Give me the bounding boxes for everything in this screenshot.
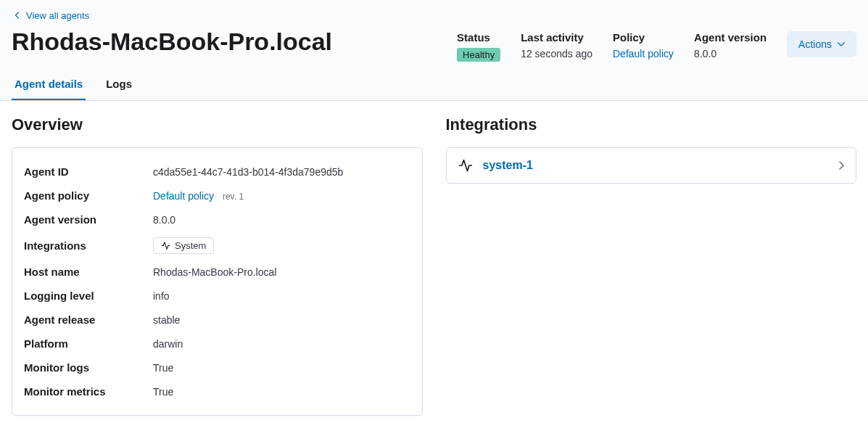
host-name-value: Rhodas-MacBook-Pro.local xyxy=(153,266,276,278)
last-activity-label: Last activity xyxy=(521,31,592,44)
detail-row-agent-id: Agent ID c4da55e1-44c7-41d3-b014-4f3da79… xyxy=(24,160,410,184)
status-badge: Healthy xyxy=(457,48,500,62)
system-integration-pill: System xyxy=(153,237,214,254)
tabs: Agent details Logs xyxy=(12,70,856,100)
agent-version-label: Agent version xyxy=(694,31,766,44)
agent-version-value: 8.0.0 xyxy=(694,48,766,60)
tab-agent-details[interactable]: Agent details xyxy=(12,70,86,100)
back-link-label: View all agents xyxy=(26,10,89,21)
view-all-agents-link[interactable]: View all agents xyxy=(15,10,89,21)
detail-row-agent-release: Agent release stable xyxy=(24,308,410,332)
pulse-icon xyxy=(161,241,170,250)
agent-policy-label: Agent policy xyxy=(24,189,153,202)
tab-logs[interactable]: Logs xyxy=(103,70,135,100)
agent-policy-rev: rev. 1 xyxy=(223,192,244,202)
status-meta: Status Healthy xyxy=(457,31,500,62)
integration-name: system-1 xyxy=(483,159,533,172)
overview-card: Agent ID c4da55e1-44c7-41d3-b014-4f3da79… xyxy=(12,147,423,416)
agent-id-value: c4da55e1-44c7-41d3-b014-4f3da79e9d5b xyxy=(153,166,343,178)
agent-version-label-row: Agent version xyxy=(24,213,153,226)
agent-id-label: Agent ID xyxy=(24,165,153,178)
detail-row-agent-version: Agent version 8.0.0 xyxy=(24,208,410,231)
logging-level-value: info xyxy=(153,290,170,302)
system-pill-label: System xyxy=(175,240,206,251)
agent-release-value: stable xyxy=(153,314,180,326)
monitor-metrics-value: True xyxy=(153,386,173,398)
detail-row-logging-level: Logging level info xyxy=(24,284,410,308)
policy-label: Policy xyxy=(613,31,674,44)
detail-row-monitor-logs: Monitor logs True xyxy=(24,356,410,379)
detail-row-integrations: Integrations System xyxy=(24,231,410,260)
last-activity-value: 12 seconds ago xyxy=(521,48,592,60)
monitor-metrics-label: Monitor metrics xyxy=(24,385,153,398)
agent-version-value-row: 8.0.0 xyxy=(153,214,175,226)
last-activity-meta: Last activity 12 seconds ago xyxy=(521,31,592,60)
actions-button-label: Actions xyxy=(798,38,832,50)
platform-value: darwin xyxy=(153,338,183,350)
overview-title: Overview xyxy=(12,115,423,134)
page-title: Rhodas-MacBook-Pro.local xyxy=(12,27,332,57)
agent-policy-link[interactable]: Default policy xyxy=(153,190,214,202)
policy-meta: Policy Default policy xyxy=(613,31,674,60)
monitor-logs-value: True xyxy=(153,362,173,374)
chevron-left-icon xyxy=(15,10,20,21)
detail-row-platform: Platform darwin xyxy=(24,332,410,356)
monitor-logs-label: Monitor logs xyxy=(24,361,153,374)
agent-version-meta: Agent version 8.0.0 xyxy=(694,31,766,60)
detail-row-host-name: Host name Rhodas-MacBook-Pro.local xyxy=(24,260,410,284)
policy-link[interactable]: Default policy xyxy=(613,48,674,60)
actions-button[interactable]: Actions xyxy=(787,31,856,57)
host-name-label: Host name xyxy=(24,266,153,278)
detail-row-agent-policy: Agent policy Default policy rev. 1 xyxy=(24,184,410,208)
logging-level-label: Logging level xyxy=(24,290,153,302)
integration-item-system-1[interactable]: system-1 xyxy=(446,147,857,184)
integrations-title: Integrations xyxy=(446,115,857,134)
status-label: Status xyxy=(457,31,500,44)
agent-release-label: Agent release xyxy=(24,313,153,326)
platform-label: Platform xyxy=(24,337,153,350)
chevron-right-icon xyxy=(838,160,844,172)
detail-row-monitor-metrics: Monitor metrics True xyxy=(24,379,410,403)
pulse-icon xyxy=(458,158,473,173)
chevron-down-icon xyxy=(838,39,845,49)
integrations-label-row: Integrations xyxy=(24,239,153,252)
